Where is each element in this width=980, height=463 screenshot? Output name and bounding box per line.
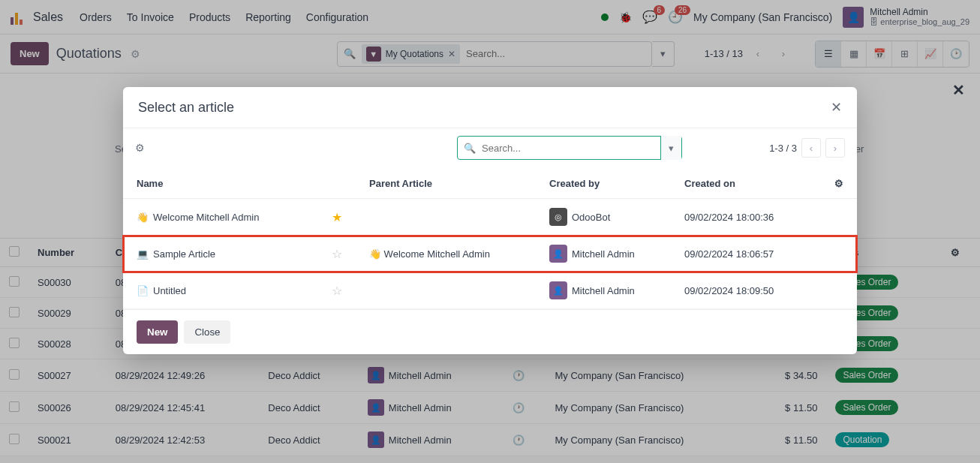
- modal-title: Select an article: [138, 100, 234, 116]
- creator-avatar-icon: 👤: [549, 281, 567, 299]
- modal-pager-range[interactable]: 1-3 / 3: [769, 143, 797, 154]
- cell-created-by: 👤Mitchell Admin: [536, 236, 671, 272]
- cell-created-on: 09/02/2024 18:00:36: [671, 199, 821, 236]
- modal-gear-icon[interactable]: ⚙: [135, 142, 145, 154]
- modal-header: Select an article ✕: [123, 87, 857, 128]
- modal-footer: New Close: [123, 309, 857, 354]
- article-emoji-icon: 📄: [137, 284, 149, 296]
- favorite-star-icon[interactable]: ★: [332, 210, 342, 224]
- cell-parent: [356, 272, 536, 309]
- modal-table: Name Parent Article Created by Created o…: [123, 169, 857, 309]
- modal-close-icon[interactable]: ✕: [831, 99, 842, 116]
- select-article-modal: Select an article ✕ ⚙ 🔍 ▾ 1-3 / 3 ‹ › Na…: [123, 87, 857, 354]
- modal-search-dropdown-icon[interactable]: ▾: [660, 136, 681, 160]
- modal-search-input[interactable]: [482, 143, 660, 154]
- modal-row[interactable]: 📄Untitled☆👤Mitchell Admin09/02/2024 18:0…: [123, 272, 857, 309]
- modal-row[interactable]: 💻Sample Article☆👋 Welcome Mitchell Admin…: [123, 236, 857, 272]
- modal-pager-prev-icon[interactable]: ‹: [801, 138, 821, 158]
- modal-close-button[interactable]: Close: [184, 320, 230, 344]
- modal-pager: 1-3 / 3 ‹ ›: [769, 138, 845, 158]
- modal-col-parent[interactable]: Parent Article: [356, 169, 536, 199]
- creator-avatar-icon: ◎: [549, 208, 567, 226]
- creator-avatar-icon: 👤: [549, 245, 567, 263]
- modal-col-name[interactable]: Name: [123, 169, 356, 199]
- modal-new-button[interactable]: New: [137, 320, 178, 344]
- article-emoji-icon: 💻: [137, 248, 149, 260]
- cell-name: 💻Sample Article☆: [123, 236, 356, 272]
- modal-tools: ⚙ 🔍 ▾ 1-3 / 3 ‹ ›: [123, 128, 857, 164]
- modal-row[interactable]: 👋Welcome Mitchell Admin★◎OdooBot09/02/20…: [123, 199, 857, 236]
- modal-search-icon: 🔍: [458, 143, 482, 154]
- cell-created-by: 👤Mitchell Admin: [536, 272, 671, 309]
- modal-pager-next-icon[interactable]: ›: [825, 138, 845, 158]
- cell-created-on: 09/02/2024 18:09:50: [671, 272, 821, 309]
- cell-name: 📄Untitled☆: [123, 272, 356, 309]
- modal-col-options-icon[interactable]: ⚙: [821, 169, 857, 199]
- modal-header-row: Name Parent Article Created by Created o…: [123, 169, 857, 199]
- favorite-star-icon[interactable]: ☆: [332, 247, 342, 261]
- cell-parent: 👋 Welcome Mitchell Admin: [356, 236, 536, 272]
- cell-created-by: ◎OdooBot: [536, 199, 671, 236]
- cell-created-on: 09/02/2024 18:06:57: [671, 236, 821, 272]
- modal-col-created-on[interactable]: Created on: [671, 169, 821, 199]
- cell-name: 👋Welcome Mitchell Admin★: [123, 199, 356, 236]
- cell-parent: [356, 199, 536, 236]
- modal-search[interactable]: 🔍 ▾: [457, 136, 682, 160]
- favorite-star-icon[interactable]: ☆: [332, 284, 342, 298]
- modal-col-created-by[interactable]: Created by: [536, 169, 671, 199]
- article-emoji-icon: 👋: [137, 211, 149, 223]
